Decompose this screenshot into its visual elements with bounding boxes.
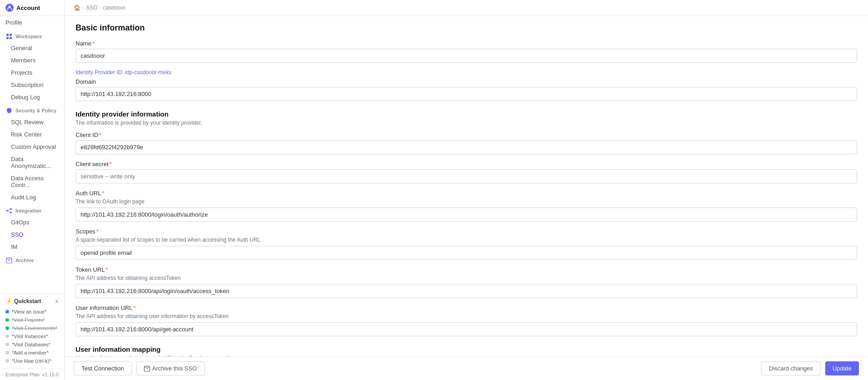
user-info-url-input[interactable] [76, 322, 857, 336]
quickstart-item-3[interactable]: *Visit Instances* [5, 332, 59, 340]
page-content: Basic information Name * Identity Provid… [65, 16, 868, 380]
mapping-title: User information mapping [76, 345, 857, 353]
token-url-label: Token URL * [76, 266, 857, 273]
scopes-hint: A space-separated list of scopes to be c… [76, 237, 857, 243]
sidebar-item-sql-review[interactable]: SQL Review [0, 116, 64, 128]
auth-url-hint: The link to OAuth login page [76, 198, 857, 205]
version-label: v1.15.0 [42, 372, 59, 377]
integration-label: Integration [15, 208, 41, 213]
archive-sso-button[interactable]: Archive this SSO [136, 361, 204, 375]
sidebar-item-projects[interactable]: Projects [0, 66, 64, 79]
svg-point-7 [10, 212, 12, 213]
auth-url-group: Auth URL * The link to OAuth login page [76, 190, 857, 222]
user-info-url-required: * [133, 304, 136, 311]
svg-rect-11 [144, 367, 150, 371]
sidebar-item-sso[interactable]: SSO [0, 228, 64, 241]
svg-rect-1 [6, 34, 9, 36]
sidebar-item-im[interactable]: IM [0, 241, 64, 253]
quickstart-item-6[interactable]: *Use kbar (ctrl-k)* [5, 357, 59, 365]
client-secret-group: Client secret * [76, 161, 857, 183]
sidebar-item-audit-log[interactable]: Audit Log [0, 191, 64, 203]
quickstart-title: ⚡ Quickstart [5, 298, 41, 304]
svg-rect-4 [10, 37, 12, 39]
svg-line-9 [8, 211, 10, 213]
home-icon[interactable]: 🏠 [74, 5, 81, 11]
page-footer: Test Connection Archive this SSO Discard… [65, 356, 868, 380]
quickstart-dot-1 [5, 318, 9, 322]
quickstart-dot-0 [5, 310, 9, 314]
account-label: Account [16, 5, 40, 11]
auth-url-label: Auth URL * [76, 190, 857, 197]
enterprise-plan-label: Enterprise Plan [5, 372, 40, 377]
breadcrumb-sso-link[interactable]: SSO [86, 5, 97, 11]
breadcrumb: 🏠 › SSO › casdooor [65, 0, 868, 16]
identity-provider-desc: The information is provided by your iden… [76, 120, 857, 126]
sidebar-item-general[interactable]: General [0, 42, 64, 54]
test-connection-button[interactable]: Test Connection [74, 361, 132, 375]
quickstart-dot-6 [5, 359, 9, 363]
discard-button[interactable]: Discard changes [761, 361, 821, 375]
quickstart-panel: ⚡ Quickstart × *View an issue* *Visit Pr… [0, 294, 64, 369]
token-url-group: Token URL * The API address for obtainin… [76, 266, 857, 298]
sidebar-item-debug-log[interactable]: Debug Log [0, 91, 64, 103]
client-id-label: Client ID * [76, 132, 857, 138]
update-button[interactable]: Update [825, 361, 859, 375]
sidebar-item-members[interactable]: Members [0, 54, 64, 66]
sidebar-item-gitops[interactable]: GitOps [0, 216, 64, 228]
footer-right: Discard changes Update [761, 361, 859, 375]
scopes-group: Scopes * A space-separated list of scope… [76, 228, 857, 260]
breadcrumb-sep-1: › [82, 5, 84, 11]
identity-provider-section-title: Identity provider information [76, 110, 857, 118]
workspace-label: Workspace [15, 34, 42, 39]
sidebar-item-data-anonymization[interactable]: Data Anonymizatic... [0, 153, 64, 172]
svg-rect-10 [6, 259, 12, 263]
domain-input[interactable] [76, 87, 857, 101]
security-label: Security & Policy [15, 108, 56, 113]
quickstart-item-1[interactable]: *Visit Projects* [5, 316, 59, 324]
quickstart-dot-3 [5, 334, 9, 338]
scopes-label: Scopes * [76, 228, 857, 235]
footer-left: Test Connection Archive this SSO [74, 361, 205, 375]
client-id-input[interactable] [76, 140, 857, 154]
quickstart-item-2[interactable]: *Visit Environments* [5, 324, 59, 332]
svg-rect-2 [10, 34, 12, 36]
name-label: Name * [76, 40, 857, 47]
sidebar-item-risk-center[interactable]: Risk Center [0, 128, 64, 141]
sidebar-item-subscription[interactable]: Subscription [0, 79, 64, 91]
token-url-input[interactable] [76, 284, 857, 298]
account-icon [5, 4, 14, 12]
enterprise-badge: Enterprise Plan v1.15.0 [0, 369, 64, 380]
user-info-url-group: User information URL * The API address f… [76, 304, 857, 336]
sidebar-item-profile[interactable]: Profile [0, 16, 64, 29]
scopes-input[interactable] [76, 246, 857, 260]
svg-point-5 [6, 210, 8, 212]
name-required: * [92, 40, 95, 47]
domain-field-group: Domain [76, 78, 857, 101]
quickstart-item-5[interactable]: *Add a member* [5, 349, 59, 357]
sidebar-item-data-access[interactable]: Data Access Contr... [0, 172, 64, 191]
user-info-url-label: User information URL * [76, 304, 857, 311]
auth-url-input[interactable] [76, 208, 857, 222]
quickstart-dot-5 [5, 351, 9, 355]
quickstart-item-4[interactable]: *Visit Databases* [5, 340, 59, 349]
client-id-group: Client ID * [76, 132, 857, 154]
workspace-icon [5, 33, 13, 40]
quickstart-item-0[interactable]: *View an issue* [5, 308, 59, 316]
name-field-group: Name * [76, 40, 857, 63]
account-section: Account [0, 0, 64, 16]
quickstart-close-button[interactable]: × [55, 298, 59, 305]
token-url-required: * [106, 266, 108, 273]
archive-icon [5, 257, 13, 264]
domain-label: Domain [76, 78, 857, 85]
quickstart-header: ⚡ Quickstart × [5, 298, 59, 305]
svg-rect-3 [6, 37, 9, 39]
sidebar-security-section: Security & Policy [0, 103, 64, 116]
client-secret-label: Client secret * [76, 161, 857, 167]
breadcrumb-sep-2: › [99, 5, 101, 11]
sidebar-archive-section: Archive [0, 253, 64, 266]
client-secret-input[interactable] [76, 169, 857, 183]
scopes-required: * [96, 228, 98, 235]
name-input[interactable] [76, 49, 857, 63]
sidebar-item-custom-approval[interactable]: Custom Approval [0, 141, 64, 153]
client-id-required: * [99, 132, 102, 138]
